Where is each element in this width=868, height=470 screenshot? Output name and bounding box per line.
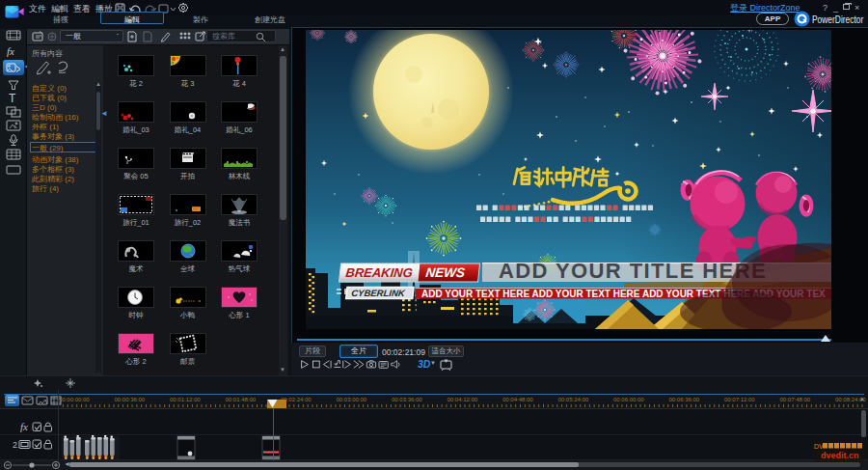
svg-text:00:07:12:00: 00:07:12:00 bbox=[724, 397, 755, 402]
svg-text:00:03:00:00: 00:03:00:00 bbox=[337, 397, 367, 402]
svg-text:CYBERLINK: CYBERLINK bbox=[351, 288, 407, 298]
svg-text:00:06:36:00: 00:06:36:00 bbox=[669, 397, 700, 402]
svg-text:00:07:48:00: 00:07:48:00 bbox=[780, 397, 811, 402]
svg-text:00:06:00:00: 00:06:00:00 bbox=[613, 397, 644, 402]
svg-text:00:01:48:00: 00:01:48:00 bbox=[226, 397, 257, 402]
svg-text:00:00:00:00: 00:00:00:00 bbox=[59, 397, 90, 402]
svg-text:00:01:12:00: 00:01:12:00 bbox=[170, 397, 201, 402]
svg-text:DV: DV bbox=[814, 443, 824, 450]
svg-text:00:04:48:00: 00:04:48:00 bbox=[502, 397, 533, 402]
svg-text:NEWS: NEWS bbox=[425, 266, 466, 281]
svg-text:00:04:12:00: 00:04:12:00 bbox=[448, 397, 478, 402]
svg-text:00:05:24:00: 00:05:24:00 bbox=[558, 397, 589, 402]
svg-text:00:00:36:00: 00:00:36:00 bbox=[115, 397, 146, 402]
svg-text:ADD YOUR TITLE HERE: ADD YOUR TITLE HERE bbox=[499, 259, 767, 283]
svg-text:BREAKING: BREAKING bbox=[345, 265, 414, 280]
svg-text:00:03:36:00: 00:03:36:00 bbox=[392, 397, 422, 402]
